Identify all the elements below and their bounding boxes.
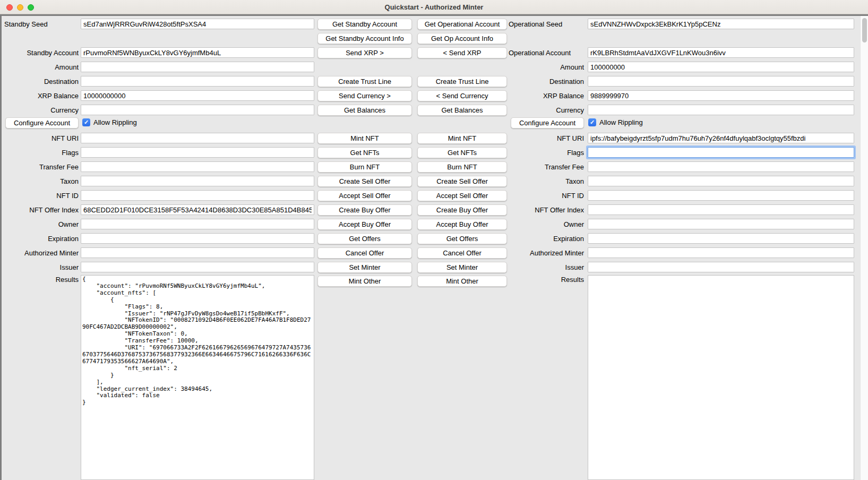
operational-burn-nft-button[interactable]: Burn NFT	[417, 161, 507, 173]
standby-flags-input[interactable]	[81, 147, 314, 158]
standby-nft-id-label: NFT ID	[0, 191, 79, 200]
operational-account-input[interactable]	[588, 47, 854, 58]
operational-destination-input[interactable]	[588, 76, 854, 87]
standby-nft-offer-index-input[interactable]	[81, 204, 314, 215]
operational-nft-uri-input[interactable]	[588, 133, 854, 143]
standby-issuer-input[interactable]	[81, 262, 314, 272]
standby-mint-other-button[interactable]: Mint Other	[317, 276, 412, 287]
operational-set-minter-button[interactable]: Set Minter	[417, 262, 507, 273]
standby-accept-sell-offer-button[interactable]: Accept Sell Offer	[317, 190, 412, 201]
operational-get-balances-button[interactable]: Get Balances	[417, 105, 507, 116]
operational-create-sell-offer-button[interactable]: Create Sell Offer	[417, 176, 507, 187]
operational-issuer-label: Issuer	[507, 263, 584, 272]
traffic-lights	[6, 4, 34, 11]
operational-create-buy-offer-button[interactable]: Create Buy Offer	[417, 204, 507, 216]
operational-get-nfts-button[interactable]: Get NFTs	[417, 147, 507, 158]
operational-accept-buy-offer-button[interactable]: Accept Buy Offer	[417, 219, 507, 230]
standby-create-trust-line-button[interactable]: Create Trust Line	[317, 76, 412, 87]
standby-amount-input[interactable]	[81, 62, 314, 72]
standby-get-offers-button[interactable]: Get Offers	[317, 233, 412, 244]
operational-authorized-minter-input[interactable]	[588, 247, 854, 258]
operational-nft-id-input[interactable]	[588, 190, 854, 201]
operational-owner-input[interactable]	[588, 219, 854, 229]
operational-amount-input[interactable]	[588, 62, 854, 72]
standby-get-balances-button[interactable]: Get Balances	[317, 105, 412, 116]
operational-xrp-balance-input[interactable]	[588, 90, 854, 101]
standby-nft-uri-input[interactable]	[81, 133, 314, 143]
get-operational-account-button[interactable]: Get Operational Account	[417, 19, 507, 30]
standby-currency-input[interactable]	[81, 105, 314, 115]
operational-get-offers-button[interactable]: Get Offers	[417, 233, 507, 244]
standby-nft-uri-label: NFT URI	[0, 134, 79, 143]
standby-get-nfts-button[interactable]: Get NFTs	[317, 147, 412, 158]
standby-results-textarea[interactable]: { "account": "rPuvmoRNf5WNByuxCkLY8vGY6y…	[81, 275, 314, 480]
standby-accept-buy-offer-button[interactable]: Accept Buy Offer	[317, 219, 412, 230]
standby-taxon-label: Taxon	[0, 177, 79, 186]
standby-destination-input[interactable]	[81, 76, 314, 87]
operational-flags-label: Flags	[507, 148, 584, 157]
operational-issuer-input[interactable]	[588, 262, 854, 272]
operational-taxon-label: Taxon	[507, 177, 584, 186]
standby-send-currency-button[interactable]: Send Currency >	[317, 90, 412, 101]
standby-transfer-fee-input[interactable]	[81, 161, 314, 172]
standby-taxon-input[interactable]	[81, 176, 314, 186]
standby-send-xrp-button[interactable]: Send XRP >	[317, 47, 412, 58]
standby-set-minter-button[interactable]: Set Minter	[317, 262, 412, 273]
operational-amount-label: Amount	[507, 63, 584, 72]
minimize-button[interactable]	[17, 4, 23, 11]
standby-allow-rippling-checkbox[interactable]: ✓	[82, 118, 90, 126]
operational-accept-sell-offer-button[interactable]: Accept Sell Offer	[417, 190, 507, 201]
zoom-button[interactable]	[28, 4, 34, 11]
operational-nft-id-label: NFT ID	[507, 191, 584, 200]
operational-mint-nft-button[interactable]: Mint NFT	[417, 133, 507, 144]
operational-destination-label: Destination	[507, 77, 584, 86]
standby-cancel-offer-button[interactable]: Cancel Offer	[317, 247, 412, 259]
close-button[interactable]	[6, 4, 13, 11]
operational-send-xrp-button[interactable]: < Send XRP	[417, 47, 507, 58]
standby-burn-nft-button[interactable]: Burn NFT	[317, 161, 412, 173]
window-frame-edge	[0, 14, 2, 480]
operational-seed-input[interactable]	[588, 19, 854, 29]
operational-xrp-balance-label: XRP Balance	[507, 91, 584, 100]
standby-authorized-minter-label: Authorized Minter	[0, 248, 79, 258]
vertical-scrollbar[interactable]	[860, 16, 868, 480]
standby-mint-nft-button[interactable]: Mint NFT	[317, 133, 412, 144]
standby-create-sell-offer-button[interactable]: Create Sell Offer	[317, 176, 412, 187]
standby-authorized-minter-input[interactable]	[81, 247, 314, 258]
operational-send-currency-button[interactable]: < Send Currency	[417, 90, 507, 101]
standby-xrp-balance-label: XRP Balance	[0, 91, 79, 100]
standby-account-input[interactable]	[81, 47, 314, 58]
standby-amount-label: Amount	[0, 63, 79, 72]
get-op-account-info-button[interactable]: Get Op Account Info	[417, 33, 507, 44]
standby-nft-id-input[interactable]	[81, 190, 314, 201]
operational-authorized-minter-label: Authorized Minter	[507, 248, 584, 258]
standby-create-buy-offer-button[interactable]: Create Buy Offer	[317, 204, 412, 216]
operational-results-textarea[interactable]	[588, 275, 854, 480]
operational-allow-rippling-checkbox[interactable]: ✓	[588, 118, 596, 126]
scrollbar-thumb[interactable]	[862, 18, 867, 42]
standby-allow-rippling-label: Allow Rippling	[93, 118, 137, 127]
standby-seed-input[interactable]	[81, 19, 314, 29]
standby-owner-input[interactable]	[81, 219, 314, 229]
operational-configure-account-button[interactable]: Configure Account	[511, 117, 584, 128]
standby-configure-account-button[interactable]: Configure Account	[5, 117, 79, 128]
operational-transfer-fee-input[interactable]	[588, 161, 854, 172]
operational-flags-input[interactable]	[588, 147, 854, 158]
operational-nft-offer-index-label: NFT Offer Index	[507, 205, 584, 215]
standby-account-label: Standby Account	[0, 48, 79, 57]
operational-mint-other-button[interactable]: Mint Other	[417, 276, 507, 287]
operational-nft-offer-index-input[interactable]	[588, 204, 854, 215]
operational-currency-label: Currency	[507, 106, 584, 115]
get-standby-account-button[interactable]: Get Standby Account	[317, 19, 412, 30]
standby-currency-label: Currency	[0, 106, 79, 115]
title-bar: Quickstart - Authorized Minter	[0, 0, 868, 14]
get-standby-account-info-button[interactable]: Get Standby Account Info	[317, 33, 412, 44]
operational-expiration-input[interactable]	[588, 233, 854, 244]
standby-flags-label: Flags	[0, 148, 79, 157]
operational-create-trust-line-button[interactable]: Create Trust Line	[417, 76, 507, 87]
standby-expiration-input[interactable]	[81, 233, 314, 244]
operational-currency-input[interactable]	[588, 105, 854, 115]
operational-cancel-offer-button[interactable]: Cancel Offer	[417, 247, 507, 259]
standby-xrp-balance-input[interactable]	[81, 90, 314, 101]
operational-taxon-input[interactable]	[588, 176, 854, 186]
